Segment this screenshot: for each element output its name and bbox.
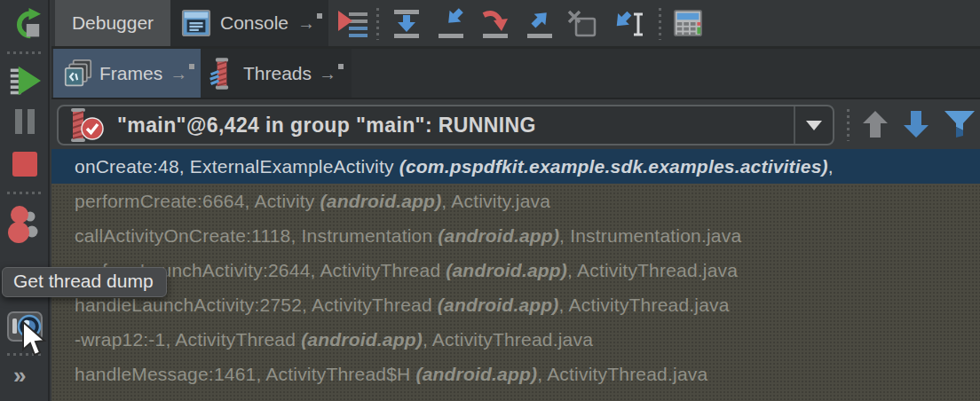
pause-icon: [12, 108, 37, 135]
pause-button[interactable]: [0, 108, 50, 135]
thread-selector-value: "main"@6,424 in group "main": RUNNING: [117, 114, 536, 138]
stack-frame-row[interactable]: -wrap12:-1, ActivityThread (android.app)…: [51, 322, 980, 357]
stack-frame-row[interactable]: handleLaunchActivity:2752, ActivityThrea…: [51, 287, 980, 322]
tooltip-text: Get thread dump: [13, 271, 154, 291]
stack-frame-row[interactable]: handleMessage:1461, ActivityThread$H (an…: [51, 357, 980, 391]
stack-frames-list: onCreate:48, ExternalExampleActivity (co…: [51, 149, 980, 401]
stack-frame-row[interactable]: performCreate:6664, Activity (android.ap…: [51, 184, 980, 218]
rail-separator: [7, 51, 43, 54]
stack-frame-row[interactable]: onCreate:48, ExternalExampleActivity (co…: [51, 149, 980, 184]
frame-down-button[interactable]: [900, 108, 932, 140]
cursor-arrow-icon: [21, 321, 48, 358]
arrow-up-icon: [859, 108, 891, 140]
step-into-icon: [435, 8, 467, 40]
run-to-cursor-button[interactable]: [609, 8, 641, 40]
rerun-icon: [9, 7, 41, 41]
tooltip: Get thread dump: [2, 267, 167, 297]
tab-debugger[interactable]: Debugger: [55, 0, 170, 46]
force-step-into-icon: [479, 8, 511, 40]
jump-to-tab-icon: →: [170, 66, 194, 82]
drop-frame-icon: [566, 8, 598, 40]
drop-frame-button[interactable]: [566, 8, 598, 40]
stack-frame-row[interactable]: performLaunchActivity:2644, ActivityThre…: [51, 253, 980, 287]
filter-frames-button[interactable]: [943, 108, 975, 140]
stack-frame-row[interactable]: dispatchMessage:102, Handler (android.os…: [51, 391, 980, 401]
force-step-into-button[interactable]: [479, 8, 511, 40]
toolbar-separator: [659, 8, 661, 40]
filter-funnel-icon: [943, 108, 976, 140]
breakpoints-icon: [7, 204, 43, 245]
tab-console-label: Console: [220, 12, 288, 34]
debugger-tool-window: » Debugger Console →: [0, 0, 980, 401]
tab-frames[interactable]: Frames →: [53, 49, 201, 98]
step-out-button[interactable]: [524, 8, 556, 40]
toolbar-separator: [376, 8, 379, 40]
frames-icon: [64, 59, 92, 89]
tab-jump-square: [189, 64, 194, 69]
tab-threads[interactable]: Threads →: [201, 49, 352, 98]
stop-button[interactable]: [0, 151, 50, 177]
show-execution-point-button[interactable]: [337, 8, 369, 40]
step-into-button[interactable]: [435, 8, 467, 40]
stack-frame-row[interactable]: callActivityOnCreate:1118, Instrumentati…: [51, 218, 980, 253]
tab-console[interactable]: Console →: [170, 0, 328, 46]
thread-selector-row: "main"@6,424 in group "main": RUNNING: [51, 101, 980, 149]
thread-selector-arrow-button[interactable]: [794, 106, 833, 144]
tab-debugger-label: Debugger: [72, 12, 154, 34]
jump-to-tab-icon: →: [297, 15, 322, 31]
toolbar-separator: [847, 109, 850, 141]
run-to-cursor-icon: [609, 8, 644, 40]
console-icon: [181, 8, 211, 38]
evaluate-expression-button[interactable]: [673, 8, 705, 40]
jump-to-tab-icon: →: [319, 66, 344, 82]
frame-up-button[interactable]: [859, 108, 891, 140]
stop-icon: [12, 151, 38, 177]
mouse-cursor: [21, 321, 48, 358]
rerun-button[interactable]: [0, 7, 50, 41]
arrow-down-icon: [900, 108, 932, 140]
thread-selector-dropdown[interactable]: "main"@6,424 in group "main": RUNNING: [57, 105, 834, 145]
resume-icon: [9, 64, 41, 98]
resume-button[interactable]: [0, 64, 50, 98]
thread-running-icon: [66, 107, 107, 143]
view-breakpoints-button[interactable]: [0, 204, 50, 245]
step-out-icon: [524, 8, 556, 40]
tab-jump-square: [317, 13, 322, 19]
rail-separator: [7, 192, 43, 194]
chevron-down-icon: [806, 121, 822, 130]
tab-frames-label: Frames: [99, 63, 162, 84]
threads-icon: [208, 57, 236, 90]
debugger-header-bar: Debugger Console →: [51, 0, 980, 49]
step-over-icon: [391, 8, 423, 40]
debugger-view-tabs: Frames → Threads →: [51, 49, 980, 99]
step-over-button[interactable]: [391, 8, 423, 40]
evaluate-expression-icon: [673, 8, 703, 38]
tab-jump-square: [338, 64, 344, 69]
more-actions-chevron[interactable]: »: [13, 362, 25, 389]
tab-threads-label: Threads: [243, 63, 312, 84]
show-execution-point-icon: [337, 8, 369, 40]
